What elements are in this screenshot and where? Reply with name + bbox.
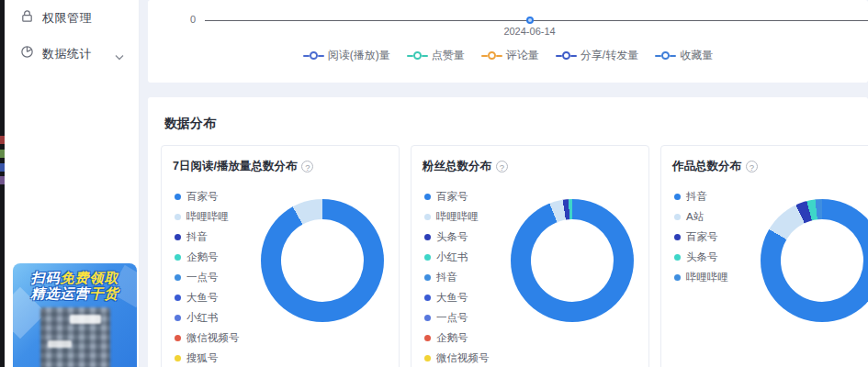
line-series-marker-icon	[303, 51, 324, 60]
pie-legend-label: 大鱼号	[436, 291, 468, 305]
pie-legend-label: 头条号	[436, 230, 468, 244]
trend-legend-item[interactable]: 阅读(播放)量	[303, 48, 390, 63]
pie-legend-label: 企鹅号	[186, 250, 219, 264]
legend-dot-icon	[175, 194, 181, 200]
legend-dot-icon	[674, 254, 681, 261]
pie-legend-item[interactable]: 企鹅号	[424, 331, 490, 345]
sidebar-item-permissions[interactable]: 权限管理	[5, 0, 139, 36]
help-icon[interactable]	[746, 161, 758, 172]
banner-headline-1: 扫码免费领取	[13, 270, 137, 285]
pie-chart-card: 7日阅读/播放量总数分布 百家号哔哩哔哩抖音企鹅号一点号大鱼号小红书微信视频号搜…	[161, 145, 400, 367]
sidebar-item-statistics[interactable]: 数据统计	[5, 36, 139, 72]
help-icon[interactable]	[301, 161, 313, 172]
legend-dot-icon	[674, 194, 681, 200]
trend-legend-item[interactable]: 分享/转发量	[556, 48, 638, 63]
pie-legend-item[interactable]: A站	[674, 210, 728, 224]
pie-legend-item[interactable]: 百家号	[424, 190, 490, 204]
legend-dot-icon	[424, 315, 431, 321]
pie-legend-label: 百家号	[686, 230, 718, 244]
pie-chart-card: 作品总数分布 抖音A站百家号头条号哔哩哔哩	[660, 145, 868, 367]
trend-legend-label: 收藏量	[680, 48, 713, 63]
pie-legend-item[interactable]: 小红书	[175, 311, 240, 325]
pie-legend-item[interactable]: 抖音	[175, 230, 240, 244]
line-series-marker-icon	[655, 51, 676, 60]
legend-dot-icon	[424, 194, 431, 200]
pie-legend-item[interactable]: 微信视频号	[424, 351, 490, 365]
trend-legend: 阅读(播放)量点赞量评论量分享/转发量收藏量	[148, 48, 868, 63]
pie-legend-item[interactable]: 大鱼号	[424, 291, 490, 305]
pie-legend-label: 抖音	[686, 190, 707, 204]
chart-title: 7日阅读/播放量总数分布	[173, 159, 297, 174]
pie-legend-item[interactable]: 百家号	[175, 190, 240, 204]
pie-legend-item[interactable]: 一点号	[175, 271, 240, 284]
pie-legend-label: 抖音	[436, 271, 457, 284]
pie-legend-label: 大鱼号	[186, 291, 219, 305]
sidebar: 权限管理 数据统计 扫码免费领取 精选运营干货	[5, 0, 140, 367]
x-axis-tick-label: 2024-06-14	[503, 26, 555, 37]
pie-legend-label: 哔哩哔哩	[436, 210, 479, 224]
pie-legend-label: 微信视频号	[186, 331, 240, 345]
trend-legend-label: 阅读(播放)量	[328, 48, 390, 63]
chart-title: 粉丝总数分布	[423, 159, 491, 174]
pie-legend-item[interactable]: 大鱼号	[175, 291, 240, 305]
pie-legend-label: 搜狐号	[186, 351, 219, 365]
pie-legend-item[interactable]: 哔哩哔哩	[175, 210, 240, 224]
pie-legend-item[interactable]: 百家号	[674, 230, 728, 244]
pie-legend-item[interactable]: 搜狐号	[175, 351, 240, 365]
line-series-marker-icon	[481, 51, 502, 60]
pie-legend-item[interactable]: 头条号	[674, 250, 728, 264]
pie-legend-label: 头条号	[686, 250, 718, 264]
pie-legend: 百家号哔哩哔哩头条号小红书抖音大鱼号一点号企鹅号微信视频号搜狐号	[424, 190, 490, 367]
pie-legend-item[interactable]: 抖音	[424, 271, 490, 284]
pie-legend-label: 哔哩哔哩	[186, 210, 229, 224]
pie-legend-label: 企鹅号	[436, 331, 468, 345]
legend-dot-icon	[175, 214, 181, 220]
legend-dot-icon	[175, 295, 181, 301]
legend-dot-icon	[175, 315, 181, 321]
donut-chart[interactable]	[261, 199, 384, 322]
pie-legend: 百家号哔哩哔哩抖音企鹅号一点号大鱼号小红书微信视频号搜狐号网易号	[175, 190, 240, 367]
legend-dot-icon	[674, 214, 681, 220]
legend-dot-icon	[175, 254, 181, 261]
y-axis-zero-label: 0	[190, 14, 196, 25]
pie-legend-item[interactable]: 微信视频号	[175, 331, 240, 345]
help-icon[interactable]	[496, 161, 508, 172]
x-axis-line	[205, 20, 868, 21]
chart-title: 作品总数分布	[672, 159, 741, 174]
pie-legend-label: 哔哩哔哩	[686, 271, 728, 284]
pie-legend-item[interactable]: 哔哩哔哩	[674, 271, 728, 284]
trend-legend-item[interactable]: 收藏量	[655, 48, 713, 63]
pie-legend-item[interactable]: 哔哩哔哩	[424, 210, 490, 224]
donut-chart[interactable]	[761, 199, 868, 322]
data-distribution-card: 数据分布 7日阅读/播放量总数分布 百家号哔哩哔哩抖音企鹅号一点号大鱼号小红书微…	[148, 97, 868, 367]
pie-legend-label: 一点号	[186, 271, 219, 284]
trend-legend-item[interactable]: 评论量	[481, 48, 539, 63]
donut-chart[interactable]	[511, 199, 634, 322]
trend-chart-card: 0 2024-06-14 阅读(播放)量点赞量评论量分享/转发量收藏量	[148, 0, 868, 83]
legend-dot-icon	[424, 355, 431, 361]
pie-stats-icon	[20, 45, 34, 62]
pie-legend-item[interactable]: 一点号	[424, 311, 490, 325]
pie-legend-label: 微信视频号	[436, 351, 490, 365]
legend-dot-icon	[424, 295, 431, 301]
legend-dot-icon	[424, 214, 431, 220]
data-point-marker[interactable]	[526, 17, 534, 24]
pie-chart-card: 粉丝总数分布 百家号哔哩哔哩头条号小红书抖音大鱼号一点号企鹅号微信视频号搜狐号	[411, 145, 649, 367]
promo-banner[interactable]: 扫码免费领取 精选运营干货	[13, 263, 137, 367]
line-series-marker-icon	[556, 51, 577, 60]
pie-legend-item[interactable]: 头条号	[424, 230, 490, 244]
pie-legend-label: 小红书	[186, 311, 219, 325]
pie-legend: 抖音A站百家号头条号哔哩哔哩	[674, 190, 728, 284]
pie-legend-item[interactable]: 抖音	[674, 190, 728, 204]
line-series-marker-icon	[407, 51, 428, 60]
sidebar-item-label: 权限管理	[42, 10, 92, 27]
legend-dot-icon	[175, 234, 181, 240]
pie-legend-item[interactable]: 小红书	[424, 250, 490, 264]
trend-legend-item[interactable]: 点赞量	[407, 48, 465, 63]
lock-icon	[20, 9, 34, 27]
legend-dot-icon	[424, 254, 431, 261]
trend-legend-label: 点赞量	[432, 48, 465, 63]
legend-dot-icon	[674, 234, 681, 240]
pie-legend-item[interactable]: 企鹅号	[175, 250, 240, 264]
chevron-down-icon[interactable]	[115, 48, 124, 64]
